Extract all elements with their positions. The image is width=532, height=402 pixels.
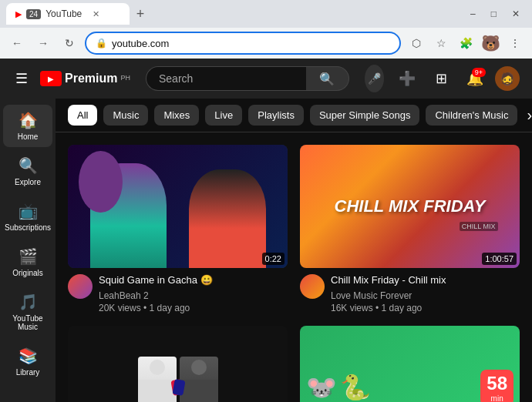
- tab-favicon: ▶: [15, 9, 22, 19]
- video-stats-2: 16K views • 1 day ago: [331, 303, 520, 313]
- youtube-app: ☰ Premium PH 🔍 🎤 ➕ ⊞ 🔔 9+ 🧔 🏠 Home: [0, 59, 532, 402]
- sidebar-item-library[interactable]: 📚 Library: [3, 340, 52, 383]
- sidebar-item-subscriptions[interactable]: 📺 Subscriptions: [3, 196, 52, 238]
- create-video-icon[interactable]: ➕: [393, 65, 421, 92]
- channel-avatar-1: [68, 274, 93, 299]
- video-title-2: Chill Mix Friday - Chill mix: [331, 274, 520, 287]
- close-button[interactable]: ✕: [506, 7, 526, 21]
- youtube-header: ☰ Premium PH 🔍 🎤 ➕ ⊞ 🔔 9+ 🧔: [0, 59, 532, 99]
- video-card-1[interactable]: 0:22 Squid Game in Gacha 😀 LeahBeah 2 20…: [68, 145, 288, 313]
- user-avatar[interactable]: 🧔: [495, 66, 520, 91]
- sidebar-item-explore[interactable]: 🔍 Explore: [3, 150, 52, 193]
- sidebar-label-subscriptions: Subscriptions: [5, 223, 51, 232]
- video-card-4[interactable]: 🐭 🐍 58 min Kids Cartoon - 58 min: [300, 326, 520, 402]
- browser-chrome: ▶ 24 YouTube ✕ + – □ ✕ ← → ↻ 🔒 youtube.c…: [0, 0, 532, 59]
- youtube-content: All Music Mixes Live Playlists Super Sim…: [56, 99, 532, 402]
- home-icon: 🏠: [19, 111, 38, 129]
- chip-music[interactable]: Music: [103, 105, 148, 126]
- back-button[interactable]: ←: [6, 32, 28, 54]
- sidebar-item-originals[interactable]: 🎬 Originals: [3, 241, 52, 283]
- tab-close-icon[interactable]: ✕: [93, 9, 99, 19]
- video-info-1: Squid Game in Gacha 😀 LeahBeah 2 20K vie…: [68, 274, 288, 313]
- video-meta-1: Squid Game in Gacha 😀 LeahBeah 2 20K vie…: [99, 274, 288, 313]
- browser-toolbar: ← → ↻ 🔒 youtube.com ⬡ ☆ 🧩 🐻 ⋮: [0, 28, 532, 59]
- forward-button[interactable]: →: [32, 32, 54, 54]
- youtube-logo[interactable]: Premium PH: [40, 71, 130, 86]
- bookmark-icon[interactable]: ☆: [430, 32, 452, 54]
- address-text: youtube.com: [112, 38, 390, 49]
- refresh-button[interactable]: ↻: [59, 32, 80, 54]
- chip-all[interactable]: All: [68, 105, 97, 126]
- chill-mix-text: CHILL MIX FRIDAY: [335, 196, 486, 216]
- originals-icon: 🎬: [19, 247, 38, 266]
- sidebar-label-home: Home: [18, 132, 39, 141]
- music-icon: 🎵: [19, 293, 38, 311]
- video-title-1: Squid Game in Gacha 😀: [99, 274, 288, 287]
- apps-icon[interactable]: ⊞: [427, 65, 455, 92]
- chip-playlists[interactable]: Playlists: [248, 105, 304, 126]
- profile-icon[interactable]: 🐻: [480, 32, 501, 54]
- maximize-button[interactable]: □: [485, 7, 503, 21]
- video-channel-1: LeahBeah 2: [99, 290, 288, 301]
- thumbnail-4: 🐭 🐍 58 min: [300, 326, 520, 402]
- youtube-logo-text: Premium: [65, 72, 117, 85]
- sidebar-label-library: Library: [16, 368, 40, 377]
- thumbnail-1-content: [68, 145, 288, 268]
- sidebar-label-originals: Originals: [12, 269, 42, 277]
- address-bar[interactable]: 🔒 youtube.com: [85, 32, 401, 55]
- chip-childrens-music[interactable]: Children's Music: [426, 105, 517, 126]
- chip-mixes[interactable]: Mixes: [154, 105, 199, 126]
- youtube-logo-region: PH: [120, 74, 130, 82]
- video-grid: 0:22 Squid Game in Gacha 😀 LeahBeah 2 20…: [56, 132, 532, 402]
- thumbnail-3: [68, 326, 288, 402]
- search-bar: 🔍: [146, 66, 349, 91]
- window-controls: – □ ✕: [464, 7, 526, 21]
- explore-icon: 🔍: [19, 156, 38, 175]
- minimize-button[interactable]: –: [464, 7, 482, 21]
- sidebar-label-music: YouTube Music: [6, 314, 49, 331]
- thumbnail-1: 0:22: [68, 145, 288, 268]
- header-actions: ➕ ⊞ 🔔 9+ 🧔: [393, 65, 520, 92]
- tab-title: YouTube: [45, 8, 82, 19]
- hamburger-menu-button[interactable]: ☰: [12, 67, 31, 90]
- video-card-3[interactable]: Boxing Match Sports Channel 50K views • …: [68, 326, 288, 402]
- lock-icon: 🔒: [96, 38, 107, 49]
- cast-icon[interactable]: ⬡: [406, 32, 427, 54]
- browser-tab[interactable]: ▶ 24 YouTube ✕: [6, 3, 130, 25]
- new-tab-button[interactable]: +: [130, 3, 151, 25]
- notification-icon[interactable]: 🔔 9+: [461, 65, 489, 92]
- video-channel-2: Love Music Forever: [331, 290, 520, 301]
- toolbar-actions: ⬡ ☆ 🧩 🐻 ⋮: [406, 32, 526, 54]
- sidebar-item-home[interactable]: 🏠 Home: [3, 105, 52, 147]
- browser-titlebar: ▶ 24 YouTube ✕ + – □ ✕: [0, 0, 532, 28]
- youtube-logo-icon: [40, 71, 62, 86]
- thumbnail-2-content: CHILL MIX FRIDAY: [300, 145, 520, 268]
- video-card-2[interactable]: CHILL MIX FRIDAY CHILL MIX 1:00:57 Chill…: [300, 145, 520, 313]
- youtube-sidebar: 🏠 Home 🔍 Explore 📺 Subscriptions 🎬 Origi…: [0, 99, 56, 402]
- menu-icon[interactable]: ⋮: [504, 32, 526, 54]
- chips-more-icon[interactable]: ›: [527, 106, 532, 124]
- video-stats-1: 20K views • 1 day ago: [99, 303, 288, 313]
- video-duration-1: 0:22: [262, 253, 285, 265]
- subscriptions-icon: 📺: [19, 202, 38, 220]
- chip-super-simple-songs[interactable]: Super Simple Songs: [310, 105, 420, 126]
- search-input[interactable]: [146, 66, 306, 91]
- notification-badge: 9+: [472, 68, 486, 77]
- video-duration-2: 1:00:57: [482, 253, 517, 265]
- channel-avatar-2: [300, 274, 325, 299]
- youtube-main: 🏠 Home 🔍 Explore 📺 Subscriptions 🎬 Origi…: [0, 99, 532, 402]
- sidebar-item-youtube-music[interactable]: 🎵 YouTube Music: [3, 286, 52, 337]
- mic-button[interactable]: 🎤: [365, 65, 384, 92]
- tab-count: 24: [26, 9, 41, 19]
- library-icon: 📚: [19, 347, 38, 365]
- extensions-icon[interactable]: 🧩: [455, 32, 476, 54]
- filter-chips: All Music Mixes Live Playlists Super Sim…: [56, 99, 532, 132]
- chip-live[interactable]: Live: [205, 105, 242, 126]
- video-meta-2: Chill Mix Friday - Chill mix Love Music …: [331, 274, 520, 313]
- video-info-2: Chill Mix Friday - Chill mix Love Music …: [300, 274, 520, 313]
- search-button[interactable]: 🔍: [306, 66, 349, 91]
- thumbnail-2: CHILL MIX FRIDAY CHILL MIX 1:00:57: [300, 145, 520, 268]
- sidebar-label-explore: Explore: [15, 178, 41, 186]
